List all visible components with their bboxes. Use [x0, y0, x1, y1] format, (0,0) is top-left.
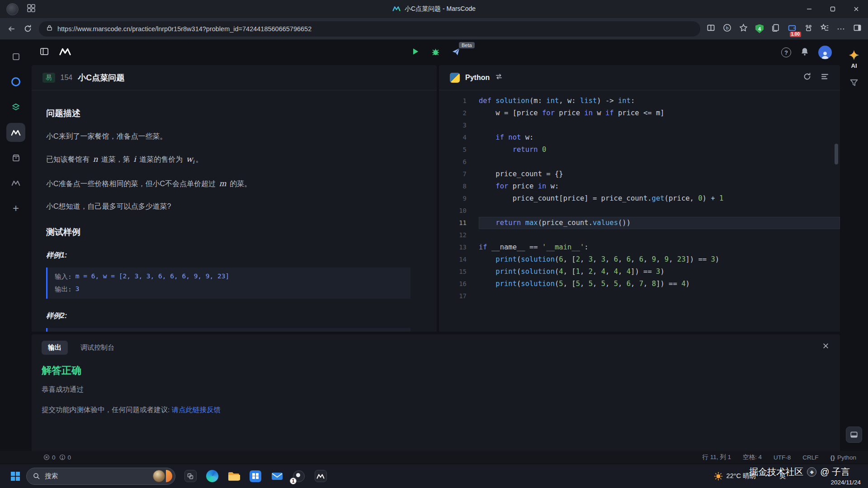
right-activity-bar: AI: [840, 40, 868, 451]
language-mode[interactable]: {}Python: [830, 454, 856, 461]
feedback-link[interactable]: 请点此链接反馈: [172, 406, 221, 413]
code-line[interactable]: 8 for price in w:: [439, 180, 840, 192]
code-line[interactable]: 14 print(solution(6, [2, 3, 3, 6, 6, 6, …: [439, 253, 840, 266]
blue-app-icon[interactable]: [6, 72, 25, 91]
favorites-bar-icon[interactable]: [821, 23, 829, 34]
run-button[interactable]: [411, 47, 420, 57]
tab-debug-console[interactable]: 调试控制台: [80, 343, 114, 352]
debug-button[interactable]: [431, 47, 440, 58]
site-info-icon[interactable]: [46, 24, 53, 33]
minimize-button[interactable]: [797, 0, 821, 18]
workspaces-icon[interactable]: [27, 4, 36, 14]
line-number: 13: [439, 241, 479, 253]
taskbar-search[interactable]: 搜索: [26, 468, 175, 485]
help-button[interactable]: ?: [781, 47, 791, 57]
line-content: price_count[price] = price_count.get(pri…: [479, 192, 840, 205]
code-line[interactable]: 1def solution(m: int, w: list) -> int:: [439, 95, 840, 107]
collections-icon[interactable]: [771, 23, 780, 34]
maximize-button[interactable]: [821, 0, 844, 18]
marscode-taskbar-icon[interactable]: [314, 469, 327, 483]
result-title: 解答正确: [42, 364, 830, 377]
mail-icon[interactable]: [270, 469, 284, 483]
code-line[interactable]: 13if __name__ == '__main__':: [439, 241, 840, 253]
close-button[interactable]: [844, 0, 868, 18]
browser-titlebar: 小C点菜问题 - MarsCode: [0, 0, 868, 18]
browser-extension-b-icon[interactable]: b: [723, 23, 731, 34]
edge-icon[interactable]: [205, 469, 219, 483]
line-number: 2: [439, 107, 479, 119]
code-line[interactable]: 3: [439, 119, 840, 131]
marscode-logo[interactable]: [59, 47, 71, 57]
reset-code-icon[interactable]: [803, 72, 811, 83]
code-line[interactable]: 2 w = [price for price in w if price <= …: [439, 107, 840, 119]
filter-tools-icon[interactable]: [849, 78, 859, 89]
obs-app-icon[interactable]: 1: [292, 469, 306, 483]
submit-button[interactable]: Beta: [452, 47, 460, 58]
output-tabs: 输出 调试控制台: [42, 341, 830, 355]
tab-output[interactable]: 输出: [42, 341, 68, 355]
panel-layout-button[interactable]: [846, 427, 862, 443]
code-line[interactable]: 17: [439, 290, 840, 302]
feedback-prefix: 提交功能内测体验中，任何问题或者建议:: [42, 406, 172, 413]
start-button[interactable]: [11, 472, 20, 481]
problem-body[interactable]: 问题描述 小C来到了一家餐馆，准备点一些菜。 已知该餐馆有 n 道菜，第 i 道…: [32, 90, 437, 332]
extension-paw-icon[interactable]: [804, 23, 813, 34]
problem-paragraph: 小C来到了一家餐馆，准备点一些菜。: [46, 131, 422, 142]
code-lines: 1def solution(m: int, w: list) -> int:2 …: [439, 95, 840, 302]
errors-indicator[interactable]: 0: [43, 454, 56, 461]
notifications-bell-icon[interactable]: [800, 47, 809, 58]
refresh-icon[interactable]: [23, 24, 33, 34]
url-bar[interactable]: https://www.marscode.cn/practice/lnrp0r1…: [39, 21, 700, 37]
wallet-icon[interactable]: 1.00: [788, 23, 797, 34]
adblock-shield-icon[interactable]: 4: [755, 24, 764, 33]
line-content: [479, 205, 840, 217]
back-icon[interactable]: [6, 24, 16, 34]
desc-heading: 问题描述: [46, 108, 422, 119]
task-view-icon[interactable]: [184, 469, 197, 483]
marscode-app-icon-active[interactable]: [6, 123, 25, 142]
cursor-position[interactable]: 行 11, 列 1: [702, 453, 731, 461]
code-line[interactable]: 11 return max(price_count.values()): [439, 217, 840, 229]
code-line[interactable]: 9 price_count[price] = price_count.get(p…: [439, 192, 840, 205]
line-content: w = [price for price in w if price <= m]: [479, 107, 840, 119]
code-line[interactable]: 6: [439, 156, 840, 168]
user-avatar[interactable]: [818, 46, 832, 59]
copilot-sidebar-icon[interactable]: [853, 23, 862, 34]
marscode-secondary-icon[interactable]: [6, 174, 25, 192]
status-bar: 0 0 行 11, 列 1 空格: 4 UTF-8 CRLF {}Python: [0, 451, 868, 464]
code-line[interactable]: 5 return 0: [439, 144, 840, 156]
code-line[interactable]: 16 print(solution(5, [5, 5, 5, 5, 6, 7, …: [439, 278, 840, 290]
url-text: https://www.marscode.cn/practice/lnrp0r1…: [57, 25, 311, 33]
window-panel-icon[interactable]: [6, 47, 25, 66]
search-highlight-image: [153, 470, 165, 482]
switch-language-icon[interactable]: [495, 73, 503, 82]
box-app-icon[interactable]: [6, 148, 25, 167]
file-explorer-icon[interactable]: [227, 469, 241, 483]
code-line[interactable]: 12: [439, 229, 840, 241]
format-code-icon[interactable]: [821, 72, 829, 83]
braces-icon: {}: [830, 454, 835, 461]
eol-setting[interactable]: CRLF: [802, 454, 818, 461]
taskbar-date[interactable]: 2024/11/24: [830, 479, 861, 486]
microsoft-store-icon[interactable]: [249, 469, 262, 483]
add-app-icon[interactable]: +: [6, 199, 25, 218]
browser-profile-avatar[interactable]: [6, 3, 19, 15]
sample1-label: 样例1:: [46, 251, 422, 260]
warnings-indicator[interactable]: 0: [59, 454, 71, 461]
close-output-icon[interactable]: [822, 343, 829, 351]
code-line[interactable]: 7 price_count = {}: [439, 168, 840, 180]
layers-app-icon[interactable]: [6, 98, 25, 117]
editor-scrollbar[interactable]: [835, 144, 838, 164]
indent-setting[interactable]: 空格: 4: [743, 453, 762, 461]
split-screen-icon[interactable]: [707, 23, 715, 34]
code-line[interactable]: 15 print(solution(4, [1, 2, 4, 4, 4]) ==…: [439, 266, 840, 278]
code-editor[interactable]: 1def solution(m: int, w: list) -> int:2 …: [439, 90, 840, 332]
code-line[interactable]: 10: [439, 205, 840, 217]
ai-assistant-button[interactable]: AI: [849, 50, 859, 69]
left-activity-bar: +: [0, 40, 32, 451]
encoding[interactable]: UTF-8: [774, 454, 791, 461]
browser-menu-icon[interactable]: ⋯: [837, 24, 845, 34]
favorite-star-icon[interactable]: [739, 23, 748, 34]
code-line[interactable]: 4 if not w:: [439, 131, 840, 144]
collapse-sidebar-icon[interactable]: [40, 47, 49, 58]
